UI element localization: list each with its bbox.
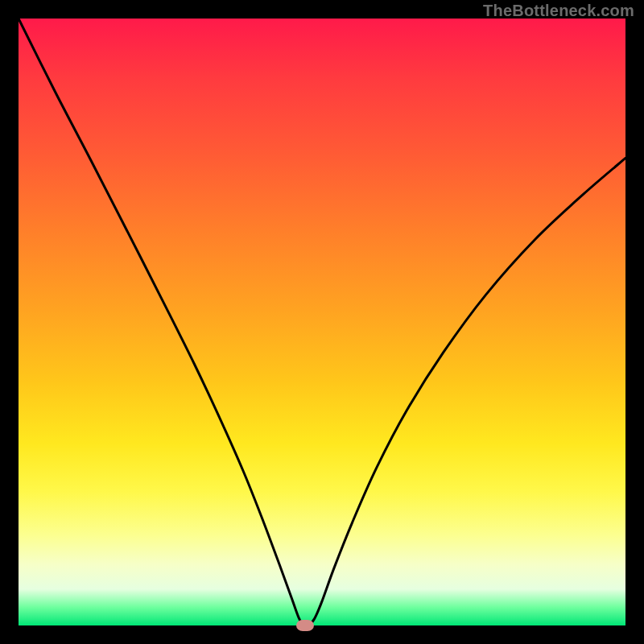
current-point-marker (296, 620, 314, 631)
bottleneck-curve (19, 19, 625, 626)
chart-frame: TheBottleneck.com (0, 0, 644, 644)
watermark-text: TheBottleneck.com (483, 2, 634, 20)
plot-area (19, 19, 625, 625)
curve-svg (19, 19, 625, 625)
